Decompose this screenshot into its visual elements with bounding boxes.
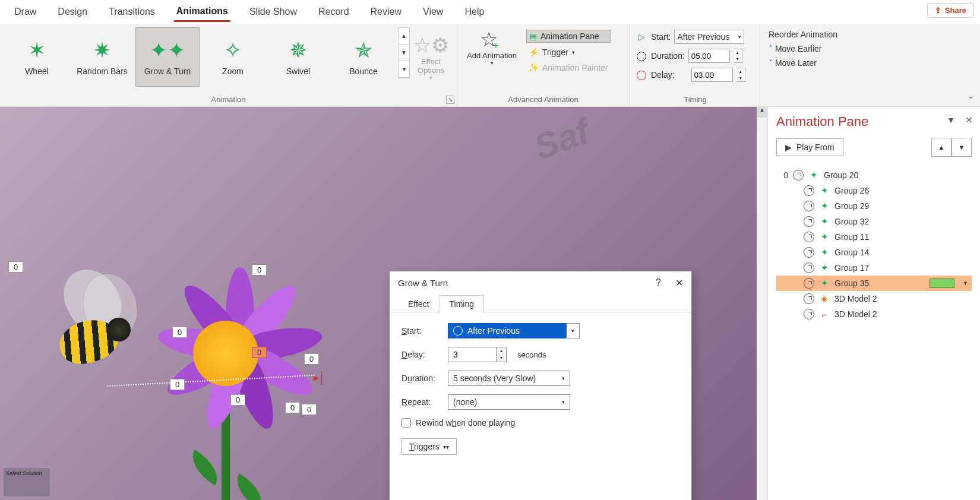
animation-tag[interactable]: 0: [252, 264, 267, 276]
animation-tag[interactable]: 0: [285, 402, 300, 413]
item-label: Group 20: [824, 170, 858, 180]
anim-label: Swivel: [286, 67, 310, 76]
help-button[interactable]: ?: [656, 277, 661, 289]
animation-list-item[interactable]: ◈3D Model 2: [776, 291, 972, 306]
anim-random-bars[interactable]: ✷Random Bars: [70, 27, 134, 87]
move-earlier-button[interactable]: ˄ Move Earlier: [769, 42, 821, 56]
add-animation-label: Add Animation: [467, 51, 517, 60]
move-up-button[interactable]: ▲: [931, 138, 951, 157]
animation-tag-selected[interactable]: 0: [252, 347, 267, 358]
animation-painter-label: Animation Painter: [542, 63, 608, 72]
delay-spinner[interactable]: ▲▼: [497, 347, 507, 362]
animation-dialog-launcher[interactable]: ↘: [446, 96, 454, 104]
animation-tag[interactable]: 0: [172, 327, 187, 338]
trigger-label: Trigger: [542, 48, 568, 57]
animation-tag[interactable]: 0: [230, 394, 245, 406]
chevron-down-icon[interactable]: ▼: [963, 280, 968, 286]
dialog-tab-timing[interactable]: Timing: [440, 295, 485, 312]
animation-list-item[interactable]: ✦Group 26: [776, 183, 972, 198]
tab-help[interactable]: Help: [462, 3, 486, 21]
animation-tag[interactable]: 0: [304, 353, 319, 365]
cube-icon: ◈: [819, 293, 830, 304]
triggers-button[interactable]: Triggers ▾▾: [402, 438, 457, 455]
play-from-button[interactable]: ▶ Play From: [776, 138, 843, 156]
star-icon: ✦✦: [150, 38, 185, 63]
group-reorder: Reorder Animation ˄ Move Earlier ˅ Move …: [760, 24, 842, 106]
delay-label: Delay:: [651, 70, 675, 80]
path-end-marker-icon: ▸│: [314, 371, 325, 384]
start-select[interactable]: After Previous: [448, 323, 567, 338]
repeat-select[interactable]: (none)▾: [448, 394, 570, 410]
chevron-down-icon: ▾: [562, 375, 565, 381]
dialog-tab-effect[interactable]: Effect: [398, 295, 440, 312]
chevron-down-icon: ▾: [572, 49, 575, 55]
dialog-titlebar[interactable]: Grow & Turn ? ✕: [390, 271, 691, 295]
animation-list-item[interactable]: ✦Group 11: [776, 229, 972, 245]
animation-list-item[interactable]: ✦Group 29: [776, 198, 972, 214]
item-label: Group 11: [834, 232, 869, 242]
effect-options-button: ☆⚙ Effect Options ▾: [410, 27, 452, 81]
vertical-scrollbar[interactable]: ▲: [757, 107, 767, 500]
delay-spinner[interactable]: ▲▼: [736, 68, 745, 82]
gallery-scroll-down[interactable]: ▼: [399, 45, 409, 61]
tab-review[interactable]: Review: [368, 3, 404, 21]
up-icon: ˄: [769, 44, 773, 53]
tab-draw[interactable]: Draw: [12, 3, 39, 21]
animation-list-item[interactable]: ✦Group 32: [776, 214, 972, 229]
gallery-expand[interactable]: ▾: [399, 61, 409, 78]
tab-view[interactable]: View: [421, 3, 445, 21]
tab-transitions[interactable]: Transitions: [106, 3, 157, 21]
clock-icon: [636, 50, 647, 61]
animation-list-item[interactable]: ✦Group 35▼: [776, 276, 972, 291]
duration-spinner[interactable]: ▲▼: [734, 49, 742, 63]
anim-swivel[interactable]: ✵Swivel: [266, 27, 330, 87]
anim-bounce[interactable]: ✯Bounce: [331, 27, 396, 87]
scroll-up-button[interactable]: ▲: [757, 107, 767, 118]
star-icon: ✦: [819, 185, 830, 196]
pane-options-button[interactable]: ▼: [947, 115, 955, 125]
close-button[interactable]: ✕: [675, 277, 683, 289]
ribbon-collapse-button[interactable]: ⌄: [968, 91, 974, 100]
animation-pane-button[interactable]: ▤Animation Pane: [526, 30, 611, 43]
duration-bar: [930, 279, 954, 288]
trigger-button[interactable]: ⚡Trigger▾: [526, 46, 611, 58]
group-timing: ▷ Start: After Previous▾ Duration: ▲▼ De…: [630, 24, 760, 106]
star-icon: ☆⚙: [413, 33, 449, 57]
start-dropdown-button[interactable]: ▾: [567, 323, 580, 338]
move-down-button[interactable]: ▼: [951, 138, 972, 157]
anim-label: Bounce: [349, 67, 377, 76]
item-label: Group 32: [834, 217, 869, 226]
tab-slide-show[interactable]: Slide Show: [247, 3, 299, 21]
tab-design[interactable]: Design: [55, 3, 90, 21]
animation-tag[interactable]: 0: [302, 404, 317, 415]
animation-tag[interactable]: 0: [8, 261, 23, 273]
animation-list-item[interactable]: ⌐3D Model 2: [776, 306, 972, 322]
start-select[interactable]: After Previous▾: [674, 30, 744, 44]
tab-record[interactable]: Record: [316, 3, 352, 21]
delay-input[interactable]: [691, 68, 733, 82]
anim-grow-turn[interactable]: ✦✦Grow & Turn: [135, 27, 200, 87]
duration-label: Duration:: [651, 51, 685, 61]
star-icon: ✦: [819, 232, 830, 242]
animation-list-item[interactable]: ✦Group 14: [776, 245, 972, 260]
start-value: After Previous: [467, 326, 520, 336]
anim-wheel[interactable]: ✶Wheel: [5, 27, 69, 87]
tab-animations[interactable]: Animations: [174, 2, 230, 22]
animation-list-item[interactable]: ✦Group 17: [776, 260, 972, 276]
bee-shape[interactable]: [42, 279, 154, 392]
slide-canvas[interactable]: ▲ Saf ▸│ 0 0: [0, 107, 767, 500]
pane-close-button[interactable]: ✕: [966, 115, 973, 125]
chevron-down-icon: ▾: [491, 60, 494, 66]
duration-select[interactable]: 5 seconds (Very Slow)▾: [448, 371, 570, 386]
duration-input[interactable]: [688, 49, 730, 63]
delay-input[interactable]: [448, 347, 497, 362]
share-button[interactable]: ⇪ Share: [927, 3, 974, 18]
move-later-button[interactable]: ˅ Move Later: [769, 56, 817, 70]
animation-list-item[interactable]: 0✦Group 20: [776, 167, 972, 183]
animation-tag[interactable]: 0: [170, 379, 185, 390]
rewind-checkbox[interactable]: [402, 418, 411, 428]
anim-zoom[interactable]: ✧Zoom: [201, 27, 265, 87]
add-animation-button[interactable]: ☆+ Add Animation ▾: [462, 27, 521, 66]
group-label: Advanced Animation: [462, 94, 624, 105]
gallery-scroll-up[interactable]: ▲: [399, 28, 409, 45]
